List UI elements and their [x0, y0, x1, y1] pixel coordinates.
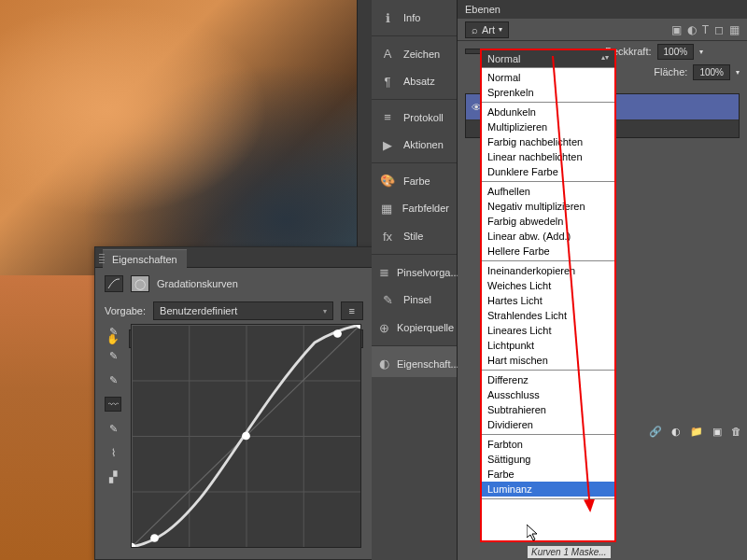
- blend-option-dunklerefarbe[interactable]: Dunklere Farbe: [482, 164, 614, 179]
- dock-icon: ▶: [379, 138, 396, 152]
- blend-option-lichtpunkt[interactable]: Lichtpunkt: [482, 338, 614, 353]
- fill-value[interactable]: 100%: [693, 64, 730, 80]
- dock-label: Aktionen: [403, 139, 444, 150]
- dock-item-protokoll[interactable]: ≡Protokoll: [372, 99, 457, 131]
- dock-item-pinsel[interactable]: ✎Pinsel: [372, 286, 457, 314]
- dock-label: Pinselvorga...: [397, 267, 459, 278]
- dock-item-zeichen[interactable]: AZeichen: [372, 35, 457, 67]
- blend-option-ineinanderkopieren[interactable]: Ineinanderkopieren: [482, 263, 614, 278]
- layers-tab[interactable]: Ebenen: [465, 4, 500, 15]
- svg-point-4: [333, 329, 342, 338]
- blend-option-weicheslicht[interactable]: Weiches Licht: [482, 278, 614, 293]
- blend-option-strahlendeslicht[interactable]: Strahlendes Licht: [482, 308, 614, 323]
- dock-item-pinselvorga[interactable]: ≣Pinselvorga...: [372, 254, 457, 286]
- eyedropper-plus-tool[interactable]: ✎: [105, 348, 121, 363]
- dock-icon: 🎨: [379, 174, 396, 188]
- dock-icon: ✎: [379, 293, 396, 307]
- blend-option-farbton[interactable]: Farbton: [482, 437, 614, 452]
- layer-footer-icons: 🔗 ◐ 📁 ▣ 🗑: [649, 426, 741, 438]
- dock-label: Eigenschaft...: [397, 358, 459, 370]
- layers-tabstrip: Ebenen: [458, 0, 747, 19]
- properties-panel: Eigenschaften ◯ Gradationskurven Vorgabe…: [94, 246, 374, 560]
- blend-option-farbe[interactable]: Farbe: [482, 467, 614, 482]
- fill-flyout-icon[interactable]: ▾: [736, 68, 740, 77]
- dock-item-stile[interactable]: fxStile: [372, 222, 457, 250]
- dock-item-kopierquelle[interactable]: ⊕Kopierquelle: [372, 314, 457, 342]
- eyedropper-tool[interactable]: ✎: [105, 324, 121, 339]
- dock-label: Info: [403, 12, 420, 23]
- curves-icon: [105, 275, 123, 292]
- svg-point-2: [150, 534, 159, 542]
- filter-shape-icon[interactable]: ◻: [714, 23, 724, 36]
- blend-option-luminanz[interactable]: Luminanz: [482, 482, 614, 497]
- blend-option-linearabwadd[interactable]: Linear abw. (Add.): [482, 229, 614, 244]
- preset-menu-button[interactable]: ≡: [341, 301, 363, 320]
- dock-icon: ≡: [379, 110, 396, 124]
- dock-item-aktionen[interactable]: ▶Aktionen: [372, 131, 457, 159]
- blend-option-harteslicht[interactable]: Hartes Licht: [482, 293, 614, 308]
- opacity-value[interactable]: 100%: [657, 44, 695, 60]
- new-icon[interactable]: ▣: [712, 426, 722, 438]
- pencil-tool[interactable]: ✎: [105, 421, 121, 436]
- dock-item-farbe[interactable]: 🎨Farbe: [372, 162, 457, 194]
- blend-option-differenz[interactable]: Differenz: [482, 372, 614, 387]
- blend-option-abdunkeln[interactable]: Abdunkeln: [482, 105, 614, 119]
- smooth-tool[interactable]: ⌇: [105, 445, 121, 460]
- histogram-toggle[interactable]: ▞: [105, 469, 121, 484]
- blend-option-linearnachbelichten[interactable]: Linear nachbelichten: [482, 149, 614, 164]
- blend-option-ausschluss[interactable]: Ausschluss: [482, 387, 614, 402]
- properties-tab[interactable]: Eigenschaften: [103, 249, 187, 269]
- blend-option-farbigabwedeln[interactable]: Farbig abwedeln: [482, 214, 614, 229]
- opacity-flyout-icon[interactable]: ▾: [699, 48, 703, 56]
- blend-option-subtrahieren[interactable]: Subtrahieren: [482, 402, 614, 417]
- tooltip-text: Kurven 1 Maske...: [528, 546, 611, 558]
- blend-option-dividieren[interactable]: Dividieren: [482, 417, 614, 432]
- panel-grip[interactable]: [99, 252, 105, 263]
- folder-icon[interactable]: 📁: [690, 426, 703, 438]
- preset-dropdown[interactable]: Benutzerdefiniert▾: [153, 301, 333, 320]
- panel-dock: ℹInfoAZeichen¶Absatz≡Protokoll▶Aktionen🎨…: [372, 0, 458, 560]
- blend-mode-menu: Normal▴▾ NormalSprenkelnAbdunkelnMultipl…: [480, 49, 616, 542]
- filter-type-icon[interactable]: T: [702, 23, 709, 36]
- blend-option-hellerefarbe[interactable]: Hellere Farbe: [482, 244, 614, 259]
- trash-icon[interactable]: 🗑: [731, 426, 741, 438]
- dock-label: Kopierquelle: [397, 322, 454, 333]
- dock-label: Absatz: [403, 76, 435, 87]
- blend-option-sttigung[interactable]: Sättigung: [482, 452, 614, 467]
- filter-type-dropdown[interactable]: ⌕Art▾: [465, 21, 509, 38]
- blend-option-multiplizieren[interactable]: Multiplizieren: [482, 119, 614, 134]
- dock-item-farbfelder[interactable]: ▦Farbfelder: [372, 194, 457, 222]
- fx-icon[interactable]: ◐: [671, 426, 681, 438]
- blend-option-aufhellen[interactable]: Aufhellen: [482, 184, 614, 199]
- link-icon[interactable]: 🔗: [649, 426, 662, 438]
- filter-smart-icon[interactable]: ▦: [729, 23, 740, 36]
- fill-label: Fläche:: [654, 66, 687, 77]
- blend-mode-selected[interactable]: Normal▴▾: [482, 50, 614, 68]
- curve-tool[interactable]: 〰: [105, 397, 121, 412]
- blend-option-hartmischen[interactable]: Hart mischen: [482, 353, 614, 368]
- eyedropper-minus-tool[interactable]: ✎: [105, 372, 121, 387]
- blend-option-lineareslicht[interactable]: Lineares Licht: [482, 323, 614, 338]
- dock-label: Zeichen: [403, 49, 440, 60]
- dock-icon: ⊕: [379, 321, 389, 335]
- dock-item-absatz[interactable]: ¶Absatz: [372, 67, 457, 95]
- curve-line: [132, 325, 360, 547]
- blend-option-farbignachbelichten[interactable]: Farbig nachbelichten: [482, 134, 614, 149]
- dock-icon: ▦: [379, 202, 395, 216]
- canvas-image-lower[interactable]: [0, 275, 95, 560]
- dock-label: Farbe: [403, 175, 430, 187]
- dock-item-info[interactable]: ℹInfo: [372, 4, 457, 32]
- blend-option-normal[interactable]: Normal: [482, 70, 614, 85]
- blend-option-sprenkeln[interactable]: Sprenkeln: [482, 85, 614, 100]
- dock-icon: ℹ: [379, 11, 396, 25]
- dock-item-eigenschaft[interactable]: ◐Eigenschaft...: [372, 345, 457, 377]
- dock-icon: ¶: [379, 75, 396, 89]
- dock-icon: ◐: [379, 357, 389, 371]
- cursor-icon: [527, 525, 540, 541]
- filter-image-icon[interactable]: ▣: [671, 23, 682, 36]
- canvas-image[interactable]: [0, 0, 358, 275]
- filter-adjust-icon[interactable]: ◐: [687, 23, 697, 36]
- curve-editor[interactable]: [131, 324, 361, 548]
- dock-label: Farbfelder: [402, 203, 449, 214]
- blend-option-negativmultiplizieren[interactable]: Negativ multiplizieren: [482, 199, 614, 214]
